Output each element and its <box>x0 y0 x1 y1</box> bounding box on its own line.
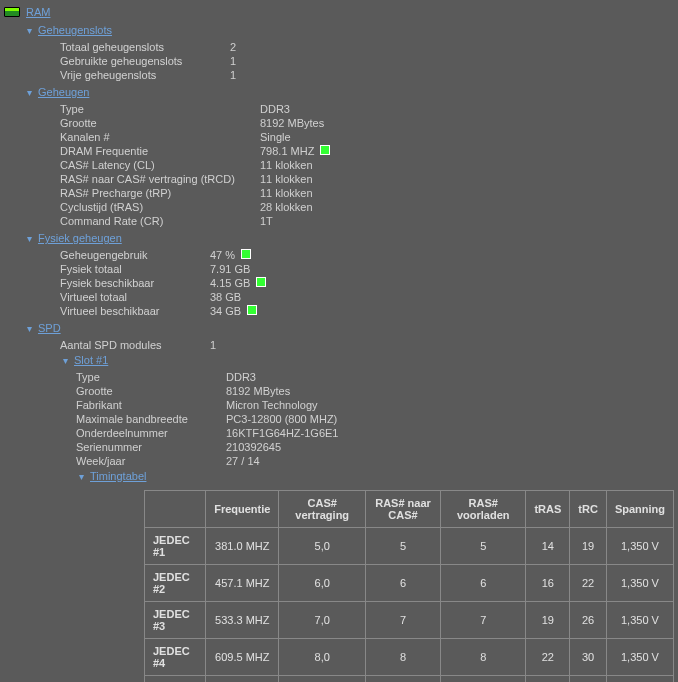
timing-row-label: JEDEC #5 <box>145 676 206 683</box>
status-indicator-icon <box>256 277 266 287</box>
info-label: Serienummer <box>76 441 226 453</box>
info-row: Week/jaar27 / 14 <box>76 454 674 468</box>
timing-cell: 1,350 V <box>606 528 673 565</box>
timing-cell: 6 <box>441 565 526 602</box>
info-row: FabrikantMicron Technology <box>76 398 674 412</box>
timing-cell: 8,0 <box>279 639 366 676</box>
timing-header-cell <box>145 491 206 528</box>
ram-icon <box>4 7 20 17</box>
timing-cell: 22 <box>526 639 570 676</box>
info-label: DRAM Frequentie <box>60 145 260 157</box>
info-value: 7.91 GB <box>210 263 250 275</box>
timing-cell: 457.1 MHZ <box>206 565 279 602</box>
timing-cell: 14 <box>526 528 570 565</box>
info-row: Geheugengebruik47 % <box>60 248 674 262</box>
info-row: Kanalen #Single <box>60 130 674 144</box>
info-value: 27 / 14 <box>226 455 260 467</box>
table-row: JEDEC #3533.3 MHZ7,07719261,350 V <box>145 602 674 639</box>
info-row: TypeDDR3 <box>60 102 674 116</box>
info-value: PC3-12800 (800 MHZ) <box>226 413 337 425</box>
section-slot1[interactable]: ▾ Slot #1 <box>60 352 674 368</box>
timing-cell: 8 <box>441 639 526 676</box>
timing-header-cell: RAS# voorladen <box>441 491 526 528</box>
section-title-geheugen: Geheugen <box>38 86 89 98</box>
timing-cell: 30 <box>570 639 607 676</box>
info-row: Fysiek beschikbaar4.15 GB <box>60 276 674 290</box>
timing-cell: 7 <box>366 602 441 639</box>
info-row: Fysiek totaal7.91 GB <box>60 262 674 276</box>
section-spd[interactable]: ▾ SPD <box>24 320 674 336</box>
info-label: Onderdeelnummer <box>76 427 226 439</box>
info-row: DRAM Frequentie798.1 MHZ <box>60 144 674 158</box>
collapse-arrow-icon: ▾ <box>24 323 34 334</box>
timing-cell: 1,350 V <box>606 602 673 639</box>
timing-cell: 533.3 MHZ <box>206 602 279 639</box>
timing-table: FrequentieCAS# vertragingRAS# naar CAS#R… <box>144 490 674 682</box>
section-timingtabel[interactable]: ▾ Timingtabel <box>76 468 674 484</box>
ram-title[interactable]: RAM <box>26 6 50 18</box>
timing-header-cell: CAS# vertraging <box>279 491 366 528</box>
timing-cell: 1,350 V <box>606 676 673 683</box>
info-row: Vrije geheugenslots1 <box>60 68 674 82</box>
info-label: Cyclustijd (tRAS) <box>60 201 260 213</box>
info-label: Geheugengebruik <box>60 249 210 261</box>
timing-cell: 5 <box>441 528 526 565</box>
info-value: 210392645 <box>226 441 281 453</box>
info-label: Fysiek totaal <box>60 263 210 275</box>
timing-cell: 6 <box>366 565 441 602</box>
timing-cell: 22 <box>570 565 607 602</box>
info-label: Fabrikant <box>76 399 226 411</box>
section-geheugenslots[interactable]: ▾ Geheugenslots <box>24 22 674 38</box>
info-value: 11 klokken <box>260 159 313 171</box>
info-row: Virtueel totaal38 GB <box>60 290 674 304</box>
info-label: Grootte <box>76 385 226 397</box>
info-row: Serienummer210392645 <box>76 440 674 454</box>
timing-cell: 19 <box>526 602 570 639</box>
timing-cell: 8 <box>366 639 441 676</box>
info-value: 11 klokken <box>260 173 313 185</box>
info-label: Virtueel beschikbaar <box>60 305 210 317</box>
section-title-geheugenslots: Geheugenslots <box>38 24 112 36</box>
info-value: DDR3 <box>260 103 290 115</box>
info-row: RAS# Precharge (tRP)11 klokken <box>60 186 674 200</box>
timing-cell: 1,350 V <box>606 565 673 602</box>
spd-modules-value: 1 <box>210 339 216 351</box>
timing-cell: 7,0 <box>279 602 366 639</box>
info-row: Cyclustijd (tRAS)28 klokken <box>60 200 674 214</box>
status-indicator-icon <box>247 305 257 315</box>
timing-cell: 9 <box>441 676 526 683</box>
info-row: RAS# naar CAS# vertraging (tRCD)11 klokk… <box>60 172 674 186</box>
timing-cell: 609.5 MHZ <box>206 639 279 676</box>
info-row: Totaal geheugenslots2 <box>60 40 674 54</box>
timing-cell: 24 <box>526 676 570 683</box>
timing-row-label: JEDEC #2 <box>145 565 206 602</box>
info-value: 38 GB <box>210 291 241 303</box>
info-value: DDR3 <box>226 371 256 383</box>
spd-modules-label: Aantal SPD modules <box>60 339 210 351</box>
info-label: Fysiek beschikbaar <box>60 277 210 289</box>
timing-row-label: JEDEC #4 <box>145 639 206 676</box>
section-geheugen[interactable]: ▾ Geheugen <box>24 84 674 100</box>
info-value: Micron Technology <box>226 399 318 411</box>
info-row: Gebruikte geheugenslots1 <box>60 54 674 68</box>
timing-row-label: JEDEC #1 <box>145 528 206 565</box>
timing-cell: 1,350 V <box>606 639 673 676</box>
info-label: Vrije geheugenslots <box>60 69 230 81</box>
info-value: 34 GB <box>210 305 241 317</box>
section-fysiek[interactable]: ▾ Fysiek geheugen <box>24 230 674 246</box>
table-row: JEDEC #2457.1 MHZ6,06616221,350 V <box>145 565 674 602</box>
timing-cell: 16 <box>526 565 570 602</box>
info-label: CAS# Latency (CL) <box>60 159 260 171</box>
timing-cell: 381.0 MHZ <box>206 528 279 565</box>
timing-header-cell: tRC <box>570 491 607 528</box>
table-row: JEDEC #5685.7 MHZ9,09924331,350 V <box>145 676 674 683</box>
timing-cell: 7 <box>441 602 526 639</box>
info-row: Grootte8192 MBytes <box>60 116 674 130</box>
section-title-timingtabel: Timingtabel <box>90 470 146 482</box>
info-label: Type <box>76 371 226 383</box>
status-indicator-icon <box>241 249 251 259</box>
info-value: 16KTF1G64HZ-1G6E1 <box>226 427 339 439</box>
collapse-arrow-icon: ▾ <box>76 471 86 482</box>
timing-cell: 9,0 <box>279 676 366 683</box>
timing-cell: 19 <box>570 528 607 565</box>
